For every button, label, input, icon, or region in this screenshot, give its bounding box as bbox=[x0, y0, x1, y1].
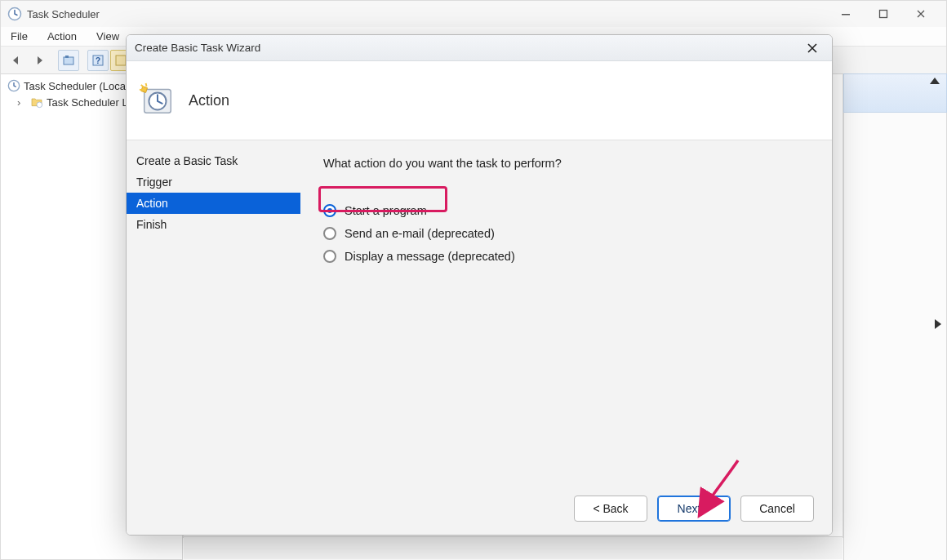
dialog-footer: < Back Next > Cancel bbox=[127, 482, 832, 535]
action-question: What action do you want the task to perf… bbox=[323, 157, 809, 170]
radio-icon bbox=[323, 250, 336, 263]
svg-text:?: ? bbox=[96, 56, 100, 65]
collapse-up-icon[interactable] bbox=[930, 78, 940, 84]
main-title: Task Scheduler bbox=[27, 8, 100, 20]
radio-start-program-label: Start a program bbox=[345, 204, 427, 217]
main-titlebar: Task Scheduler bbox=[1, 1, 946, 27]
tree-root-label: Task Scheduler (Local) bbox=[24, 80, 131, 92]
close-button[interactable] bbox=[902, 1, 940, 27]
radio-send-email-label: Send an e-mail (deprecated) bbox=[345, 227, 495, 240]
status-bar bbox=[184, 536, 843, 559]
radio-send-email[interactable]: Send an e-mail (deprecated) bbox=[323, 222, 809, 245]
folder-clock-icon bbox=[30, 96, 43, 109]
svg-rect-4 bbox=[65, 56, 69, 58]
dialog-close-button[interactable] bbox=[801, 40, 824, 56]
nav-action[interactable]: Action bbox=[127, 193, 300, 214]
actions-header bbox=[843, 73, 947, 113]
radio-icon bbox=[323, 204, 336, 217]
wizard-nav: Create a Basic Task Trigger Action Finis… bbox=[127, 140, 300, 482]
wizard-content: What action do you want the task to perf… bbox=[300, 140, 832, 482]
radio-start-program[interactable]: Start a program bbox=[323, 199, 809, 222]
nav-trigger[interactable]: Trigger bbox=[127, 171, 300, 193]
radio-display-message[interactable]: Display a message (deprecated) bbox=[323, 245, 809, 268]
help-icon[interactable]: ? bbox=[87, 50, 109, 71]
next-button[interactable]: Next > bbox=[657, 496, 731, 522]
radio-icon bbox=[323, 227, 336, 240]
menu-action[interactable]: Action bbox=[42, 29, 82, 44]
svg-point-9 bbox=[37, 102, 42, 108]
nav-create-basic-task[interactable]: Create a Basic Task bbox=[127, 150, 300, 171]
actions-pane bbox=[843, 74, 946, 560]
wizard-clock-icon bbox=[138, 82, 176, 119]
chevron-right-icon bbox=[935, 319, 941, 329]
svg-rect-3 bbox=[64, 57, 73, 64]
wizard-dialog: Create Basic Task Wizard Action Create a… bbox=[126, 34, 833, 536]
clock-icon bbox=[7, 79, 20, 92]
up-level-icon[interactable] bbox=[58, 50, 79, 71]
chevron-right-icon: › bbox=[17, 96, 27, 109]
dialog-title: Create Basic Task Wizard bbox=[135, 42, 260, 54]
svg-rect-2 bbox=[880, 11, 887, 18]
back-button[interactable]: < Back bbox=[574, 496, 647, 522]
dialog-heading: Action bbox=[189, 92, 229, 109]
menu-view[interactable]: View bbox=[91, 29, 124, 44]
minimize-button[interactable] bbox=[827, 1, 865, 27]
dialog-titlebar: Create Basic Task Wizard bbox=[127, 35, 832, 61]
menu-file[interactable]: File bbox=[6, 29, 33, 44]
svg-rect-7 bbox=[116, 56, 126, 65]
back-icon[interactable] bbox=[6, 50, 27, 71]
dialog-header: Action bbox=[127, 61, 832, 140]
maximize-button[interactable] bbox=[865, 1, 902, 27]
nav-finish[interactable]: Finish bbox=[127, 214, 300, 235]
cancel-button[interactable]: Cancel bbox=[740, 496, 814, 522]
radio-display-message-label: Display a message (deprecated) bbox=[345, 250, 515, 263]
clock-icon bbox=[7, 7, 22, 21]
forward-icon[interactable] bbox=[29, 50, 50, 71]
svg-rect-1 bbox=[842, 14, 850, 16]
